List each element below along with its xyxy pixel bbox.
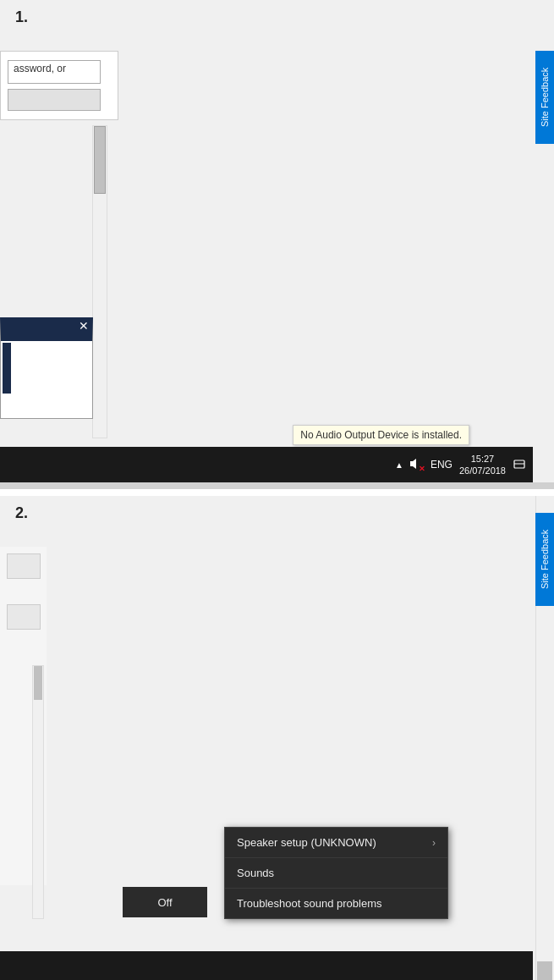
close-icon[interactable]: ✕ xyxy=(79,319,89,333)
site-feedback-label-2: Site Feedback xyxy=(540,530,550,589)
volume-icon[interactable]: ✕ xyxy=(409,457,424,472)
scrollbar-2[interactable] xyxy=(32,665,44,919)
section-divider xyxy=(0,482,554,489)
audio-tooltip: No Audio Output Device is installed. xyxy=(293,425,469,445)
section-2: 2. Site Feedback Off Speaker setup (UNKN… xyxy=(0,496,554,980)
site-feedback-button-2[interactable]: Site Feedback xyxy=(535,513,554,606)
taskbar-clock[interactable]: 15:27 26/07/2018 xyxy=(459,453,506,477)
right-scroll-thumb[interactable] xyxy=(537,961,552,980)
site-feedback-label-1: Site Feedback xyxy=(540,68,550,127)
step-1-label: 1. xyxy=(15,8,28,26)
context-menu-item-troubleshoot-label: Troubleshoot sound problems xyxy=(237,897,382,910)
context-menu-item-sounds-label: Sounds xyxy=(237,867,274,879)
clock-date: 26/07/2018 xyxy=(459,465,506,476)
taskbar-2 xyxy=(0,951,533,980)
context-menu-item-sounds[interactable]: Sounds xyxy=(225,858,447,889)
context-menu-item-speaker-setup[interactable]: Speaker setup (UNKNOWN) › xyxy=(225,828,447,858)
notification-center-icon[interactable] xyxy=(513,458,526,471)
clock-time: 15:27 xyxy=(471,453,495,465)
context-menu: Speaker setup (UNKNOWN) › Sounds Trouble… xyxy=(224,827,448,919)
dialog-content xyxy=(3,343,11,394)
left-panel-item-2 xyxy=(7,604,41,630)
small-dialog: ✕ xyxy=(0,317,93,419)
muted-x-icon: ✕ xyxy=(419,465,425,473)
step-2-label: 2. xyxy=(15,504,28,522)
language-indicator[interactable]: ENG xyxy=(431,459,453,471)
tooltip-text: No Audio Output Device is installed. xyxy=(300,429,462,441)
system-tray-chevron[interactable]: ▲ xyxy=(395,460,403,470)
password-input[interactable]: assword, or xyxy=(8,60,101,84)
scrollbar-1[interactable] xyxy=(92,125,107,438)
language-label: ENG xyxy=(431,459,453,471)
scroll-thumb-1[interactable] xyxy=(94,126,106,194)
password-placeholder: assword, or xyxy=(14,63,66,74)
taskbar-1: ▲ ✕ ENG 15:27 26/07/2018 xyxy=(0,447,533,482)
context-menu-item-troubleshoot[interactable]: Troubleshoot sound problems xyxy=(225,889,447,918)
left-panel-item-1 xyxy=(7,553,41,579)
partial-button[interactable] xyxy=(8,89,101,111)
off-button-label: Off xyxy=(157,896,172,909)
scroll-thumb-2[interactable] xyxy=(34,666,42,700)
site-feedback-button-1[interactable]: Site Feedback xyxy=(535,51,554,144)
context-menu-item-speaker-setup-label: Speaker setup (UNKNOWN) xyxy=(237,836,376,849)
chevron-right-icon: › xyxy=(432,837,436,849)
section-1: 1. Site Feedback assword, or ✕ No Audio … xyxy=(0,0,554,482)
off-button[interactable]: Off xyxy=(123,887,207,917)
partial-window-1: assword, or xyxy=(0,51,118,120)
